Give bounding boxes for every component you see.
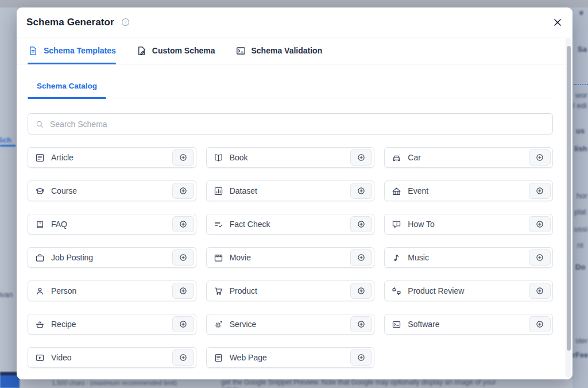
add-schema-button[interactable] [529,249,551,266]
schema-card-movie[interactable]: Movie [206,247,375,268]
document-edit-icon [136,45,147,56]
plus-circle-icon [179,186,188,195]
add-schema-button[interactable] [350,183,372,199]
add-schema-button[interactable] [172,216,194,232]
background-text-fragment: plat [574,208,586,216]
modal-tab-bar: Schema Templates Custom Schema Schema Va… [17,37,572,64]
plus-circle-icon [179,286,188,295]
plus-circle-icon [357,186,366,195]
modal-body: Schema Catalog ArticleBookCarCourseDatas… [17,80,572,368]
add-schema-button[interactable] [172,349,194,366]
add-schema-button[interactable] [529,316,551,332]
schema-card-job-posting[interactable]: Job Posting [28,247,196,268]
add-schema-button[interactable] [350,349,372,366]
help-circle-icon[interactable]: ? [121,17,130,27]
schema-card-video[interactable]: Video [28,347,196,368]
modal-header: Schema Generator ? [17,7,572,37]
add-schema-button[interactable] [529,283,551,299]
schema-card-faq[interactable]: ?FAQ [28,214,196,235]
terminal-icon [235,45,246,56]
schema-card-label: Movie [230,253,251,262]
schema-card-product-review[interactable]: Product Review [384,281,553,301]
plus-circle-icon [357,353,366,362]
product-icon [214,286,223,296]
job-posting-icon [35,253,45,263]
add-schema-button[interactable] [529,183,551,199]
add-schema-button[interactable] [350,249,372,266]
schema-card-fact-check[interactable]: Fact Check [206,214,375,235]
background-counter-text: 1,500 chars · (maximum recommended limit… [52,379,177,386]
software-icon [392,320,401,329]
add-schema-button[interactable] [172,316,194,332]
plus-circle-icon [179,220,188,229]
tab-label: Schema Templates [44,46,116,55]
plus-circle-icon [535,320,544,329]
add-schema-button[interactable] [172,283,194,299]
schema-card-label: Article [51,153,74,162]
background-dotted-underline [574,84,588,85]
schema-card-label: Software [408,320,439,329]
schema-card-car[interactable]: Car [384,147,553,168]
schema-card-label: FAQ [51,220,67,229]
modal-scrollbar-thumb[interactable] [567,46,571,351]
add-schema-button[interactable] [529,149,551,166]
add-schema-button[interactable] [529,216,551,232]
plus-circle-icon [179,253,188,262]
document-icon [28,45,38,56]
plus-circle-icon [535,186,544,195]
add-schema-button[interactable] [350,149,372,166]
web-page-icon [214,353,223,363]
how-to-icon: ? [392,220,401,229]
subtab-schema-catalog[interactable]: Schema Catalog [28,82,106,98]
background-text-fragment: dvan [0,290,13,299]
music-icon [392,253,401,263]
add-schema-button[interactable] [172,249,194,266]
schema-card-software[interactable]: Software [384,314,553,335]
tab-schema-validation[interactable]: Schema Validation [235,37,323,64]
add-schema-button[interactable] [172,149,194,166]
close-icon[interactable] [552,17,563,28]
faq-icon: ? [35,220,45,229]
subtab-bar: Schema Catalog [28,80,553,98]
schema-card-label: Music [408,253,429,262]
schema-card-label: Job Posting [51,253,93,262]
background-text-fragment: l edi [573,101,587,110]
schema-card-how-to[interactable]: ?How To [384,214,553,235]
tab-custom-schema[interactable]: Custom Schema [136,37,215,64]
add-schema-button[interactable] [350,283,372,299]
schema-card-label: Course [51,186,77,195]
add-schema-button[interactable] [172,183,194,199]
add-schema-button[interactable] [350,316,372,332]
add-schema-button[interactable] [350,216,372,232]
schema-card-music[interactable]: Music [384,247,553,268]
schema-card-course[interactable]: Course [28,180,196,201]
tab-schema-templates[interactable]: Schema Templates [28,37,116,64]
schema-card-event[interactable]: Event [384,180,553,201]
background-text-fragment: lish [574,144,587,153]
fact-check-icon [214,220,223,229]
schema-card-recipe[interactable]: Recipe [28,314,196,335]
background-text-fragment: nt [577,241,583,249]
schema-card-book[interactable]: Book [206,147,375,168]
schema-card-service[interactable]: Service [206,314,375,335]
schema-card-label: Dataset [230,186,257,195]
schema-card-product[interactable]: Product [206,281,375,301]
schema-card-label: Book [230,153,248,162]
plus-circle-icon [535,153,544,162]
plus-circle-icon [357,253,366,262]
schema-card-article[interactable]: Article [28,147,196,168]
schema-card-label: Event [408,186,428,195]
book-icon [214,153,223,163]
plus-circle-icon [535,286,544,295]
schema-card-person[interactable]: Person [28,281,196,301]
background-text-fragment: ster [575,336,588,345]
plus-circle-icon [179,353,188,362]
tab-label: Schema Validation [252,46,323,55]
schema-card-dataset[interactable]: Dataset [206,180,375,201]
background-tab-fragment: Sch [0,136,11,144]
plus-circle-icon [357,220,366,229]
search-input[interactable] [50,120,546,129]
schema-card-web-page[interactable]: Web Page [206,347,375,368]
background-text-fragment: Do [575,263,585,271]
event-icon [392,186,401,196]
